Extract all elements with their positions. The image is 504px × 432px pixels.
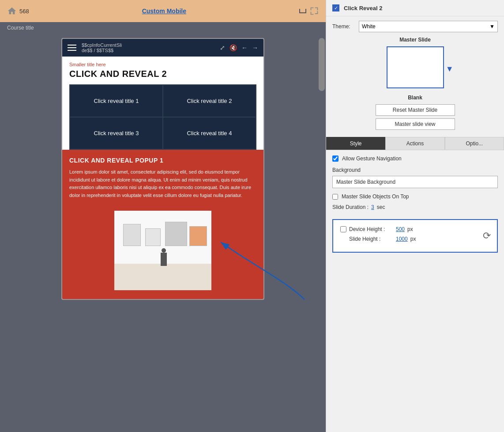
- left-panel: 568 Custom Mobile Course title $$cpI: [0, 0, 326, 432]
- mobile-frame: $$cpInfoCurrentSli de$$ / $$TS$$ ⤢ 🔇 ← →…: [61, 38, 264, 300]
- home-icon[interactable]: [7, 6, 17, 16]
- tab-actions[interactable]: Actions: [385, 137, 444, 150]
- master-slide-name: Blank: [408, 95, 422, 101]
- top-bar-left: 568: [7, 6, 29, 16]
- master-slide-section: Master Slide ▼ Blank Reset Master Slide …: [326, 37, 504, 137]
- device-height-checkbox[interactable]: [340, 226, 346, 232]
- top-bar: 568 Custom Mobile: [0, 0, 326, 22]
- smaller-title: Smaller title here: [69, 62, 256, 67]
- chevron-down-icon: ▼: [489, 23, 495, 30]
- background-label: Background: [332, 167, 498, 173]
- sync-icon[interactable]: ⟳: [483, 230, 491, 242]
- slide-duration-label: Slide Duration :: [332, 204, 369, 210]
- allow-gesture-label: Allow Gesture Navigation: [342, 155, 402, 162]
- scrollbar[interactable]: [319, 38, 325, 91]
- gallery-figure: [161, 253, 167, 266]
- breadcrumb: Course title: [0, 22, 326, 34]
- popup-area: CLICK AND REVEAL POPUP 1 Lorem ipsum dol…: [62, 150, 263, 206]
- theme-select[interactable]: White ▼: [359, 21, 498, 32]
- mobile-nav-icons: ⤢ 🔇 ← →: [220, 44, 258, 51]
- top-bar-center[interactable]: Custom Mobile: [142, 8, 186, 15]
- background-input[interactable]: [332, 176, 498, 188]
- slide-duration-value[interactable]: 3: [371, 204, 374, 210]
- hamburger-icon[interactable]: [68, 45, 76, 51]
- artwork-1: [123, 224, 141, 246]
- right-panel-header: Click Reveal 2: [326, 0, 504, 16]
- reveal-cell-2[interactable]: Click reveal title 2: [163, 85, 256, 117]
- back-icon[interactable]: ←: [241, 44, 248, 51]
- tab-style[interactable]: Style: [326, 137, 385, 150]
- master-slide-view-button[interactable]: Master slide view: [376, 118, 455, 130]
- popup-text: Lorem ipsum dolor sit amet, consectetur …: [69, 168, 256, 199]
- image-area: [62, 206, 263, 299]
- right-panel: Click Reveal 2 Theme: White ▼ Master Sli…: [326, 0, 504, 432]
- minimize-icon[interactable]: [299, 9, 306, 13]
- tab-options[interactable]: Optio...: [445, 137, 504, 150]
- slide-height-value[interactable]: 1000: [396, 236, 408, 242]
- allow-gesture-checkbox[interactable]: [332, 155, 339, 162]
- allow-gesture-row: Allow Gesture Navigation: [332, 155, 498, 162]
- master-objects-row: Master Slide Objects On Top: [332, 193, 498, 200]
- fit-icon[interactable]: ⤢: [220, 44, 225, 51]
- gallery-floor: [114, 264, 211, 290]
- slide-duration-unit: sec: [377, 204, 385, 210]
- reveal-cell-1[interactable]: Click reveal title 1: [70, 85, 163, 117]
- tabs-row: Style Actions Optio...: [326, 137, 504, 150]
- master-slide-label: Master Slide: [399, 37, 431, 43]
- forward-icon[interactable]: →: [252, 44, 258, 51]
- device-height-label: Device Height :: [349, 226, 393, 232]
- slide-duration-row: Slide Duration : 3 sec: [332, 204, 498, 210]
- master-objects-label: Master Slide Objects On Top: [342, 193, 409, 200]
- reveal-cell-3[interactable]: Click reveal title 3: [70, 117, 163, 149]
- slide-main-title: CLICK AND REVEAL 2: [69, 69, 256, 79]
- height-box: Device Height : 500 px Slide Height : 10…: [332, 219, 498, 253]
- right-panel-title: Click Reveal 2: [344, 5, 382, 11]
- top-bar-right: [299, 7, 319, 15]
- expand-icon[interactable]: [310, 7, 319, 15]
- page-number: 568: [19, 8, 29, 15]
- settings-area: Allow Gesture Navigation Background Mast…: [326, 150, 504, 432]
- master-objects-checkbox[interactable]: [332, 194, 338, 200]
- master-slide-chevron-icon[interactable]: ▼: [446, 64, 454, 73]
- reset-master-slide-button[interactable]: Reset Master Slide: [376, 104, 455, 116]
- artwork-3: [165, 222, 187, 246]
- preview-wrapper: $$cpInfoCurrentSli de$$ / $$TS$$ ⤢ 🔇 ← →…: [0, 34, 326, 432]
- header-checkbox[interactable]: [332, 4, 339, 11]
- slide-height-unit: px: [410, 236, 416, 242]
- artwork-4: [189, 226, 207, 246]
- slide-content: Smaller title here CLICK AND REVEAL 2 Cl…: [62, 57, 263, 150]
- theme-row: Theme: White ▼: [326, 16, 504, 37]
- slide-height-label: Slide Height :: [349, 236, 393, 242]
- device-height-value[interactable]: 500: [396, 226, 405, 232]
- theme-label: Theme:: [332, 23, 354, 30]
- popup-title: CLICK AND REVEAL POPUP 1: [69, 157, 256, 164]
- device-height-row: Device Height : 500 px: [340, 226, 490, 232]
- reveal-grid: Click reveal title 1 Click reveal title …: [69, 84, 256, 150]
- slide-height-row: Slide Height : 1000 px: [340, 236, 490, 242]
- mobile-nav: $$cpInfoCurrentSli de$$ / $$TS$$ ⤢ 🔇 ← →: [62, 39, 263, 57]
- gallery-image: [114, 211, 211, 290]
- device-height-unit: px: [407, 226, 413, 232]
- master-slide-preview: [387, 46, 444, 88]
- reveal-cell-4[interactable]: Click reveal title 4: [163, 117, 256, 149]
- artwork-2: [145, 228, 161, 246]
- mobile-nav-text: $$cpInfoCurrentSli de$$ / $$TS$$: [82, 42, 214, 53]
- audio-icon[interactable]: 🔇: [229, 44, 237, 51]
